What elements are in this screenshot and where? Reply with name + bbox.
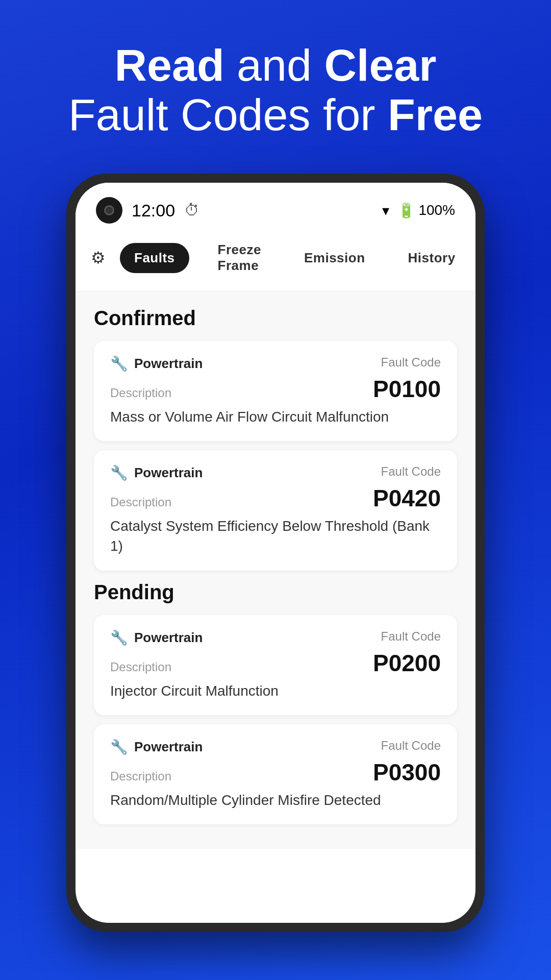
fault-card-p0300[interactable]: 🔧 Powertrain Fault Code Description P030… <box>94 724 457 824</box>
wifi-icon: ▾ <box>382 202 389 219</box>
phone-inner: 12:00 ⏱ ▾ 🔋 100% ⚙ Faults <box>76 183 475 923</box>
hero-subtitle-normal: Fault Codes for <box>68 89 388 140</box>
hero-free: Free <box>388 89 483 140</box>
fault-code-value: P0100 <box>373 375 441 403</box>
fault-code-label: Fault Code <box>381 464 441 479</box>
engine-icon: 🔧 <box>110 355 128 372</box>
card-header: 🔧 Powertrain Fault Code <box>110 464 441 481</box>
engine-icon: 🔧 <box>110 739 128 755</box>
desc-label: Description <box>110 495 171 509</box>
card-desc-row: Description P0420 <box>110 484 441 512</box>
fault-card-p0420[interactable]: 🔧 Powertrain Fault Code Description P042… <box>94 450 457 570</box>
fault-card-p0200[interactable]: 🔧 Powertrain Fault Code Description P020… <box>94 615 457 715</box>
card-header: 🔧 Powertrain Fault Code <box>110 739 441 755</box>
fault-code-value: P0420 <box>373 484 441 512</box>
tab-emission[interactable]: Emission <box>290 243 380 273</box>
card-type: 🔧 Powertrain <box>110 355 203 372</box>
nav-icon: ⚙ <box>91 248 106 267</box>
engine-icon: 🔧 <box>110 464 128 481</box>
status-right: ▾ 🔋 100% <box>382 202 455 219</box>
card-header: 🔧 Powertrain Fault Code <box>110 629 441 646</box>
card-header: 🔧 Powertrain Fault Code <box>110 355 441 372</box>
content-area: Confirmed 🔧 Powertrain Fault Code Descri… <box>76 291 475 849</box>
nav-tabs: ⚙ Faults Freeze Frame Emission History <box>76 230 475 291</box>
battery-icon: 🔋 100% <box>397 202 455 219</box>
fault-code-label: Fault Code <box>381 629 441 644</box>
hero-read: Read <box>114 40 224 90</box>
fault-code-value: P0300 <box>373 758 441 786</box>
card-desc-row: Description P0300 <box>110 758 441 786</box>
card-desc-row: Description P0200 <box>110 649 441 677</box>
desc-label: Description <box>110 386 171 400</box>
status-time: 12:00 <box>132 201 175 220</box>
fault-code-label: Fault Code <box>381 355 441 370</box>
card-type: 🔧 Powertrain <box>110 739 203 755</box>
phone-frame: 12:00 ⏱ ▾ 🔋 100% ⚙ Faults <box>66 174 485 932</box>
fault-description: Mass or Volume Air Flow Circuit Malfunct… <box>110 407 441 427</box>
tab-history[interactable]: History <box>394 243 470 273</box>
fault-card-p0100[interactable]: 🔧 Powertrain Fault Code Description P010… <box>94 341 457 441</box>
battery-level: 100% <box>418 202 455 218</box>
phone-screen: 12:00 ⏱ ▾ 🔋 100% ⚙ Faults <box>76 183 475 923</box>
card-type: 🔧 Powertrain <box>110 464 203 481</box>
phone-mockup: 12:00 ⏱ ▾ 🔋 100% ⚙ Faults <box>66 174 485 932</box>
camera-icon <box>96 197 122 224</box>
engine-icon: 🔧 <box>110 629 128 646</box>
fault-description: Random/Multiple Cylinder Misfire Detecte… <box>110 790 441 810</box>
desc-label: Description <box>110 660 171 674</box>
status-left: 12:00 ⏱ <box>96 197 199 224</box>
hero-section: Read and Clear Fault Codes for Free <box>0 0 551 160</box>
desc-label: Description <box>110 769 171 783</box>
pending-section-title: Pending <box>94 581 457 604</box>
tab-faults[interactable]: Faults <box>120 243 189 273</box>
fault-description: Catalyst System Efficiency Below Thresho… <box>110 516 441 556</box>
status-bar: 12:00 ⏱ ▾ 🔋 100% <box>76 183 475 230</box>
confirmed-section-title: Confirmed <box>94 307 457 330</box>
hero-clear: Clear <box>324 40 436 90</box>
fault-code-value: P0200 <box>373 649 441 677</box>
tab-freeze-frame[interactable]: Freeze Frame <box>204 235 276 281</box>
card-desc-row: Description P0100 <box>110 375 441 403</box>
alarm-icon: ⏱ <box>184 202 199 219</box>
card-type: 🔧 Powertrain <box>110 629 203 646</box>
fault-code-label: Fault Code <box>381 739 441 753</box>
fault-description: Injector Circuit Malfunction <box>110 681 441 701</box>
hero-and: and <box>237 40 312 90</box>
